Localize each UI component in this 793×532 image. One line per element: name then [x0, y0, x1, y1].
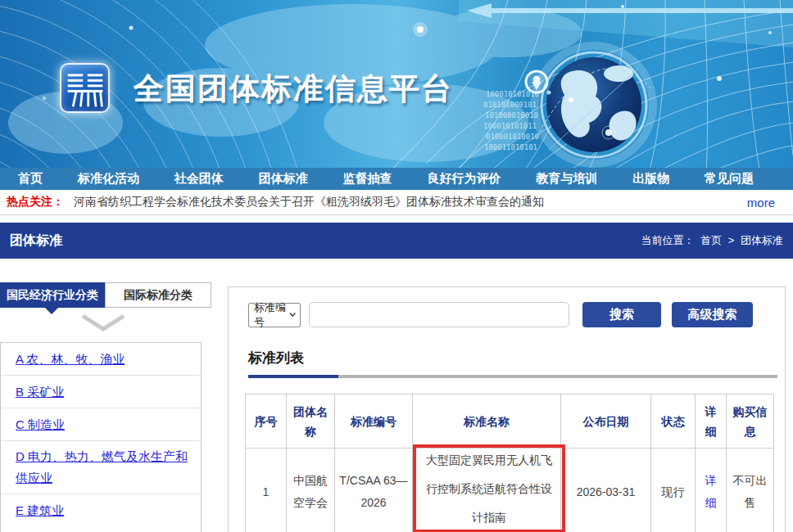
search-row: 标准编号 搜索 高级搜索 — [248, 302, 785, 327]
breadcrumb-home-link[interactable]: 首页 — [700, 234, 722, 246]
search-button[interactable]: 搜索 — [582, 302, 661, 327]
cell-purchase-info: 不可出售 — [727, 449, 774, 532]
nav-item-supervision[interactable]: 监督抽查 — [343, 171, 392, 187]
col-seq: 序号 — [246, 394, 287, 449]
cell-code: T/CSAA 63—2026 — [335, 449, 413, 532]
hot-topic-headline-link[interactable]: 河南省纺织工程学会标准化技术委员会关于召开《粗洗羽绒羽毛》团体标准技术审查会的通… — [74, 195, 747, 210]
breadcrumb-current: 团体标准 — [741, 234, 783, 246]
classification-tabs: 国民经济行业分类 国际标准分类 — [0, 282, 211, 308]
search-input[interactable] — [309, 302, 569, 327]
col-name: 标准名称 — [413, 394, 561, 449]
svg-text:010101000101: 010101000101 — [483, 101, 537, 109]
industry-category-list: A 农、林、牧、渔业 B 采矿业 C 制造业 D 电力、热力、燃气及水生产和供应… — [0, 342, 202, 532]
svg-text:101000010010: 101000010010 — [485, 111, 538, 119]
nav-item-activities[interactable]: 标准化活动 — [78, 171, 139, 187]
site-title: 全国团体标准信息平台 — [134, 69, 453, 110]
page: 100010101010 010101000101 101000010010 1… — [0, 0, 793, 532]
col-status: 状态 — [651, 394, 696, 449]
breadcrumb-separator: > — [728, 234, 735, 246]
col-organization: 团体名称 — [287, 394, 335, 449]
more-link[interactable]: more — [747, 196, 775, 210]
col-code: 标准编号 — [335, 394, 413, 449]
standards-table: 序号 团体名称 标准编号 标准名称 公布日期 状态 详细 购买信息 1 中国航空… — [245, 394, 774, 532]
nav-item-publications[interactable]: 出版物 — [632, 171, 669, 187]
hot-topics-bar: 热点关注： 河南省纺织工程学会标准化技术委员会关于召开《粗洗羽绒羽毛》团体标准技… — [0, 190, 793, 215]
page-title-bar: 团体标准 当前位置： 首页 > 团体标准 — [0, 223, 793, 259]
search-field-select[interactable]: 标准编号 — [248, 303, 301, 327]
svg-text:100010101011: 100010101011 — [483, 122, 537, 130]
standards-section-header: 标准列表 — [248, 349, 777, 378]
active-tab-pointer — [45, 308, 58, 314]
page-title: 团体标准 — [10, 232, 62, 250]
globe-art — [535, 46, 653, 164]
platform-logo-icon[interactable] — [60, 63, 110, 113]
nav-item-organizations[interactable]: 社会团体 — [174, 171, 224, 187]
nav-item-faq[interactable]: 常见问题 — [705, 171, 754, 187]
col-detail: 详细 — [696, 394, 727, 449]
category-link-b[interactable]: B 采矿业 — [16, 381, 64, 403]
category-link-e[interactable]: E 建筑业 — [16, 500, 64, 521]
category-link-d[interactable]: D 电力、热力、燃气及水生产和供应业 — [16, 446, 193, 489]
category-link-a[interactable]: A 农、林、牧、渔业 — [16, 349, 125, 370]
header-banner: 100010101010 010101000101 101000010010 1… — [0, 0, 793, 168]
detail-link[interactable]: 详细 — [705, 474, 717, 509]
col-publish-date: 公布日期 — [561, 394, 651, 449]
cell-standard-name: 大型固定翼民用无人机飞行控制系统适航符合性设计指南 — [413, 449, 561, 532]
nav-item-group-standards[interactable]: 团体标准 — [259, 171, 308, 187]
table-header-row: 序号 团体名称 标准编号 标准名称 公布日期 状态 详细 购买信息 — [246, 394, 774, 449]
section-title: 标准列表 — [248, 349, 777, 367]
list-item[interactable]: B 采矿业 — [1, 376, 201, 408]
nav-item-good-behavior[interactable]: 良好行为评价 — [427, 171, 501, 187]
nav-item-home[interactable]: 首页 — [18, 171, 43, 187]
cell-status: 现行 — [651, 449, 696, 532]
highlight-red-box: 大型固定翼民用无人机飞行控制系统适航符合性设计指南 — [413, 444, 565, 532]
col-purchase-info: 购买信息 — [727, 394, 774, 449]
svg-text:010001010010: 010001010010 — [486, 133, 539, 141]
list-item[interactable]: D 电力、热力、燃气及水生产和供应业 — [1, 441, 201, 494]
list-item[interactable]: A 农、林、牧、渔业 — [1, 343, 201, 376]
cell-publish-date: 2026-03-31 — [561, 449, 651, 532]
main-nav: 首页 标准化活动 社会团体 团体标准 监督抽查 良好行为评价 教育与培训 出版物… — [0, 168, 793, 190]
cell-organization: 中国航空学会 — [287, 449, 335, 532]
tab-international-classification[interactable]: 国际标准分类 — [105, 282, 211, 308]
breadcrumb: 当前位置： 首页 > 团体标准 — [640, 233, 785, 248]
cell-seq: 1 — [246, 449, 287, 532]
standards-panel: 标准编号 搜索 高级搜索 标准列表 序号 团体名称 — [228, 286, 786, 532]
category-link-c[interactable]: C 制造业 — [16, 414, 65, 435]
cell-detail: 详细 — [696, 449, 727, 532]
chevron-down-icon — [79, 313, 127, 334]
list-item[interactable]: C 制造业 — [1, 408, 201, 441]
svg-text:100011010101: 100011010101 — [484, 143, 537, 151]
table-row: 1 中国航空学会 T/CSAA 63—2026 大型固定翼民用无人机飞行控制系统… — [246, 449, 774, 532]
advanced-search-button[interactable]: 高级搜索 — [672, 302, 753, 327]
nav-item-education[interactable]: 教育与培训 — [536, 171, 597, 187]
list-item[interactable]: E 建筑业 — [1, 494, 201, 527]
tab-national-economy-classification[interactable]: 国民经济行业分类 — [0, 282, 105, 308]
search-field-select-value: 标准编号 — [254, 300, 289, 330]
breadcrumb-label: 当前位置： — [641, 234, 695, 246]
section-title-underline — [248, 375, 777, 378]
hot-topics-label: 热点关注： — [7, 195, 64, 210]
logo-glyph — [64, 67, 106, 110]
chevron-down-icon — [289, 312, 296, 318]
